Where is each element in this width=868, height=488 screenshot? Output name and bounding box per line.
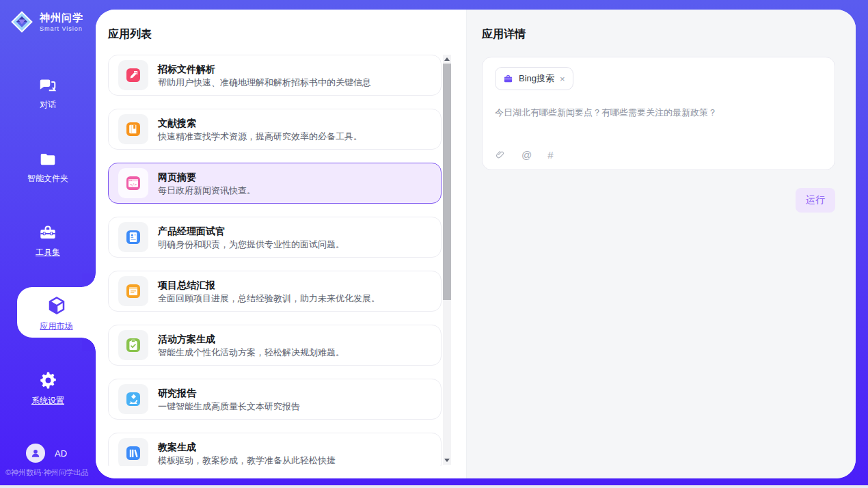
user-initials: AD	[55, 448, 67, 459]
app-row-project-summary[interactable]: 项目总结汇报 全面回顾项目进展，总结经验教训，助力未来优化发展。	[108, 271, 442, 312]
sidebar-item-settings[interactable]: 系统设置	[0, 370, 96, 407]
sidebar-item-chat[interactable]: 对话	[0, 75, 96, 111]
app-name: 招标文件解析	[158, 64, 371, 74]
app-row-literature-search[interactable]: 文献搜索 快速精准查找学术资源，提高研究效率的必备工具。	[108, 109, 442, 150]
sidebar-item-app-market[interactable]: 应用市场	[17, 287, 96, 338]
cube-icon	[46, 295, 67, 316]
sidebar-item-label: 工具集	[0, 247, 96, 258]
app-list: 招标文件解析 帮助用户快速、准确地理解和解析招标书中的关键信息 文献搜索 快速精…	[108, 55, 442, 466]
bottom-edge-strip	[0, 485, 868, 488]
app-row-lesson-plan[interactable]: 教案生成 模板驱动，教案秒成，教学准备从此轻松快捷	[108, 433, 442, 466]
app-name: 网页摘要	[158, 172, 256, 182]
person-icon	[29, 447, 42, 459]
app-desc: 明确身份和职责，为您提供专业性的面试问题。	[158, 240, 344, 249]
brand-diamond-icon	[10, 10, 34, 34]
folder-icon	[38, 150, 58, 168]
briefcase-icon	[503, 74, 513, 84]
mention-at-icon[interactable]: @	[521, 149, 532, 161]
toolbox-icon	[38, 223, 58, 242]
sidebar-item-label: 应用市场	[17, 321, 96, 332]
tool-tag-label: Bing搜索	[519, 72, 554, 85]
app-row-research-report[interactable]: 研究报告 一键智能生成高质量长文本研究报告	[108, 379, 442, 420]
app-detail-panel: 应用详情 Bing搜索 × 今日湖北有哪些新闻要点？有哪些需要关注的最新政策？ …	[466, 10, 856, 478]
brand-logo: 神州问学 Smart Vision	[0, 0, 96, 34]
app-list-title: 应用列表	[108, 27, 466, 42]
run-button[interactable]: 运行	[796, 188, 835, 213]
clipboard-check-icon	[118, 330, 148, 360]
app-desc: 一键智能生成高质量长文本研究报告	[158, 402, 300, 411]
scrollbar-thumb[interactable]	[443, 64, 451, 300]
app-desc: 全面回顾项目进展，总结经验教训，助力未来优化发展。	[158, 294, 380, 303]
paperclip-icon[interactable]	[495, 149, 506, 161]
app-desc: 快速精准查找学术资源，提高研究效率的必备工具。	[158, 132, 362, 141]
app-name: 项目总结汇报	[158, 280, 380, 290]
sidebar-item-smart-folder[interactable]: 智能文件夹	[0, 150, 96, 185]
app-desc: 智能生成个性化活动方案，轻松解决规划难题。	[158, 348, 344, 357]
bid-document-edit-icon	[118, 60, 148, 90]
sidebar-item-label: 对话	[0, 99, 96, 111]
sidebar-item-label: 系统设置	[0, 395, 96, 407]
app-name: 研究报告	[158, 388, 300, 398]
app-desc: 帮助用户快速、准确地理解和解析招标书中的关键信息	[158, 78, 371, 87]
app-list-panel: 应用列表 招标文件解析 帮助用户快速、准确地理解和解析招标书中的关键信息 文献搜…	[96, 10, 466, 478]
app-name: 教案生成	[158, 442, 336, 452]
microscope-icon	[118, 384, 148, 414]
svg-text:</>: </>	[130, 182, 137, 187]
app-list-scrollbar[interactable]	[443, 55, 451, 465]
user-account[interactable]: AD	[26, 444, 67, 463]
sidebar-item-label: 智能文件夹	[0, 173, 96, 185]
literature-book-icon	[118, 114, 148, 144]
gear-icon	[38, 370, 58, 390]
app-row-webpage-summary[interactable]: </> 网页摘要 每日政府新闻资讯快查。	[108, 163, 442, 204]
app-desc: 每日政府新闻资讯快查。	[158, 186, 256, 195]
main-content: 应用列表 招标文件解析 帮助用户快速、准确地理解和解析招标书中的关键信息 文献搜…	[96, 10, 856, 478]
app-row-pm-interviewer[interactable]: 产品经理面试官 明确身份和职责，为您提供专业性的面试问题。	[108, 217, 442, 258]
app-name: 文献搜索	[158, 118, 362, 128]
webpage-code-icon: </>	[118, 168, 148, 198]
tool-tag-bing-search[interactable]: Bing搜索 ×	[495, 67, 573, 90]
sidebar-item-toolset[interactable]: 工具集	[0, 223, 96, 258]
query-card[interactable]: Bing搜索 × 今日湖北有哪些新闻要点？有哪些需要关注的最新政策？ @ #	[482, 57, 835, 170]
report-note-icon	[118, 276, 148, 306]
close-icon[interactable]: ×	[560, 74, 565, 84]
app-row-activity-plan[interactable]: 活动方案生成 智能生成个性化活动方案，轻松解决规划难题。	[108, 325, 442, 366]
books-icon	[118, 438, 148, 466]
scroll-up-icon[interactable]	[444, 57, 450, 61]
copyright-footer: ©神州数码·神州问学出品	[5, 467, 89, 478]
resume-person-icon	[118, 222, 148, 252]
attachment-toolbar: @ #	[495, 149, 554, 161]
app-desc: 模板驱动，教案秒成，教学准备从此轻松快捷	[158, 456, 336, 465]
app-row-bid-parse[interactable]: 招标文件解析 帮助用户快速、准确地理解和解析招标书中的关键信息	[108, 55, 442, 96]
sidebar: 神州问学 Smart Vision 对话 智能文件夹 工具集	[0, 0, 96, 485]
scroll-down-icon[interactable]	[444, 459, 450, 462]
brand-name: 神州问学	[40, 12, 83, 25]
chat-icon	[38, 75, 58, 94]
brand-subtitle: Smart Vision	[40, 25, 83, 32]
query-text[interactable]: 今日湖北有哪些新闻要点？有哪些需要关注的最新政策？	[495, 107, 822, 119]
app-name: 活动方案生成	[158, 334, 344, 344]
app-name: 产品经理面试官	[158, 226, 344, 236]
app-detail-title: 应用详情	[482, 27, 835, 42]
avatar	[26, 444, 45, 463]
hashtag-icon[interactable]: #	[547, 149, 553, 161]
